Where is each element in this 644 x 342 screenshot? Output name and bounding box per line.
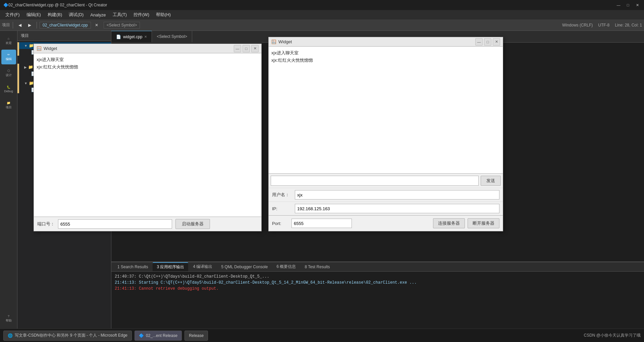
client-port-input[interactable] (291, 219, 352, 228)
client-message-input[interactable] (271, 176, 479, 186)
menu-edit[interactable]: 编辑(E) (23, 10, 44, 19)
bottom-content: 21:40:37: C:\Qt(C++)\QTdays\build-02_cha… (111, 272, 644, 329)
sidebar-debug[interactable]: 🐛 Debug (1, 82, 16, 97)
widget-client-title: Widget (278, 39, 292, 44)
folder-icon: 📁 (29, 43, 34, 48)
project-icon: 📁 (7, 101, 10, 105)
menu-controls[interactable]: 控件(W) (130, 10, 153, 19)
port-input[interactable] (58, 219, 172, 229)
sidebar-design[interactable]: ⬡ 设计 (1, 66, 16, 80)
project-panel-header: 项目 (17, 31, 111, 41)
client-ip-row: IP: (269, 202, 503, 215)
help-label: 帮助 (6, 319, 12, 323)
widget-server-title: Widget (44, 46, 57, 51)
disconnect-server-btn[interactable]: 断开服务器 (468, 218, 499, 228)
sidebar-project[interactable]: 📁 项目 (1, 98, 16, 113)
toolbar-symbol[interactable]: <Select Symbol> (104, 22, 140, 28)
yellow-bar-1 (17, 42, 19, 56)
bottom-tab-search[interactable]: 1 Search Results (113, 263, 152, 271)
toolbar-charset: UTF-8 (598, 23, 609, 27)
editor-tab-symbol[interactable]: <Select Symbol> (152, 31, 192, 42)
widget-client-title-bar[interactable]: 🪟 Widget — □ ✕ (269, 37, 503, 47)
widget-server-maximize[interactable]: □ (243, 45, 250, 52)
tab-icon: 📄 (116, 35, 121, 39)
yellow-bar-2 (17, 64, 19, 93)
start-server-btn[interactable]: 启动服务器 (175, 219, 210, 229)
connect-server-btn[interactable]: 连接服务器 (433, 218, 465, 228)
server-msg-1: xjx进入聊天室 (37, 56, 259, 63)
server-port-section: 端口号： 启动服务器 (34, 217, 261, 231)
widget-client-icon: 🪟 (271, 40, 276, 44)
bottom-tab-qml[interactable]: 5 QML Debugger Console (217, 263, 272, 271)
username-input[interactable] (295, 190, 499, 199)
client-send-btn[interactable]: 发送 (481, 176, 501, 186)
toolbar-right: Windows (CRLF) UTF-8 Line: 28, Col: 1 (562, 23, 642, 27)
close-button[interactable]: ✕ (634, 2, 641, 8)
sidebar-help[interactable]: ? 帮助 (1, 311, 16, 326)
toolbar-close-file[interactable]: ✕ (92, 22, 101, 28)
title-bar: 🔷 02_charClient/widget.cpp @ 02_charClie… (0, 0, 644, 10)
taskbar-qt-release[interactable]: 🔷 02_...ent Release (135, 331, 182, 341)
tab-close-icon[interactable]: ✕ (144, 35, 147, 39)
taskbar: 🌐 写文章-CSDN创作中心 和另外 9 个页面 - 个人 - Microsof… (0, 329, 644, 342)
widget-server-title-bar[interactable]: 🪟 Widget — □ ✕ (34, 44, 261, 53)
bottom-tabs: 1 Search Results 3 应用程序输出 4 编译输出 5 QML D… (111, 262, 644, 272)
edit-label: 编辑 (6, 57, 12, 61)
bottom-tab-app-output[interactable]: 3 应用程序输出 (153, 262, 188, 271)
sidebar-welcome[interactable]: ⌂ 欢迎 (1, 34, 16, 48)
edge-label: 写文章-CSDN创作中心 和另外 9 个页面 - 个人 - Microsoft … (15, 333, 127, 338)
menu-tools[interactable]: 工具(T) (109, 10, 130, 19)
project-panel-title: 项目 (21, 33, 29, 39)
menu-bar: 文件(F) 编辑(E) 构建(B) 调试(D) Analyze 工具(T) 控件… (0, 10, 644, 19)
csdn-text: CSDN @小徐今天认真学习了哦 (584, 333, 641, 338)
arrow-icon-headers: ▶ (24, 65, 27, 69)
window-title: 02_charClient/widget.cpp @ 02_charClient… (8, 3, 107, 7)
taskbar-edge[interactable]: 🌐 写文章-CSDN创作中心 和另外 9 个页面 - 个人 - Microsof… (3, 331, 132, 341)
bottom-tab-compile[interactable]: 4 编译输出 (189, 263, 216, 271)
maximize-button[interactable]: □ (625, 2, 631, 8)
symbol-tab-label: <Select Symbol> (157, 34, 187, 39)
menu-debug[interactable]: 调试(D) (65, 10, 87, 19)
toolbar-back[interactable]: ◀ (16, 22, 24, 28)
widget-server-close[interactable]: ✕ (251, 45, 259, 52)
toolbar-encoding: Windows (CRLF) (562, 23, 593, 27)
title-bar-controls: — □ ✕ (615, 2, 641, 8)
server-msg-2: xjx:红红火火恍恍惚惚 (37, 63, 259, 71)
widget-server: 🪟 Widget — □ ✕ xjx进入聊天室 xjx:红红火火恍恍惚惚 端口号… (34, 44, 262, 231)
edit-icon: ✏ (7, 53, 10, 56)
editor-tab-widget-cpp[interactable]: 📄 widget.cpp ✕ (111, 31, 152, 42)
menu-help[interactable]: 帮助(H) (153, 10, 174, 19)
ip-input[interactable] (295, 204, 499, 213)
toolbar: 项目 ◀ ▶ 02_charClient/widget.cpp ✕ <Selec… (0, 19, 644, 31)
sidebar-edit[interactable]: ✏ 编辑 (1, 50, 16, 64)
widget-client-maximize[interactable]: □ (484, 38, 491, 46)
taskbar-release[interactable]: Release (184, 331, 208, 341)
left-sidebar: ⌂ 欢迎 ✏ 编辑 ⬡ 设计 🐛 Debug 📁 项目 ? 帮助 (0, 31, 17, 329)
bottom-tab-summary[interactable]: 6 概要信息 (272, 263, 300, 271)
toolbar-filepath[interactable]: 02_charClient/widget.cpp (40, 22, 91, 28)
menu-file[interactable]: 文件(F) (2, 10, 23, 19)
bottom-tab-test[interactable]: 8 Test Results (301, 263, 334, 271)
menu-analyze[interactable]: Analyze (87, 11, 109, 19)
taskbar-right-text: CSDN @小徐今天认真学习了哦 (584, 333, 641, 338)
welcome-label: 欢迎 (6, 41, 12, 45)
client-msg-1: xjx进入聊天室 (271, 49, 500, 57)
debug-label: Debug (4, 90, 13, 93)
help-icon: ? (8, 315, 9, 318)
qt-label: 02_...ent Release (146, 333, 177, 338)
client-username-row: 用户名： (269, 188, 503, 202)
username-label: 用户名： (272, 192, 292, 198)
design-icon: ⬡ (7, 69, 10, 72)
menu-build[interactable]: 构建(B) (44, 10, 65, 19)
widget-client-close[interactable]: ✕ (493, 38, 500, 46)
client-bottom: Port: 连接服务器 断开服务器 (269, 215, 503, 231)
toolbar-forward[interactable]: ▶ (25, 22, 34, 28)
main-window: 🔷 02_charClient/widget.cpp @ 02_charClie… (0, 0, 644, 342)
widget-server-minimize[interactable]: — (234, 45, 241, 52)
widget-client-minimize[interactable]: — (475, 38, 483, 46)
toolbar-project-label: 项目 (2, 22, 10, 28)
minimize-button[interactable]: — (615, 2, 622, 8)
ip-label: IP: (272, 206, 292, 211)
app-icon: 🔷 (3, 3, 8, 7)
sources-folder-icon: 📁 (29, 81, 34, 86)
